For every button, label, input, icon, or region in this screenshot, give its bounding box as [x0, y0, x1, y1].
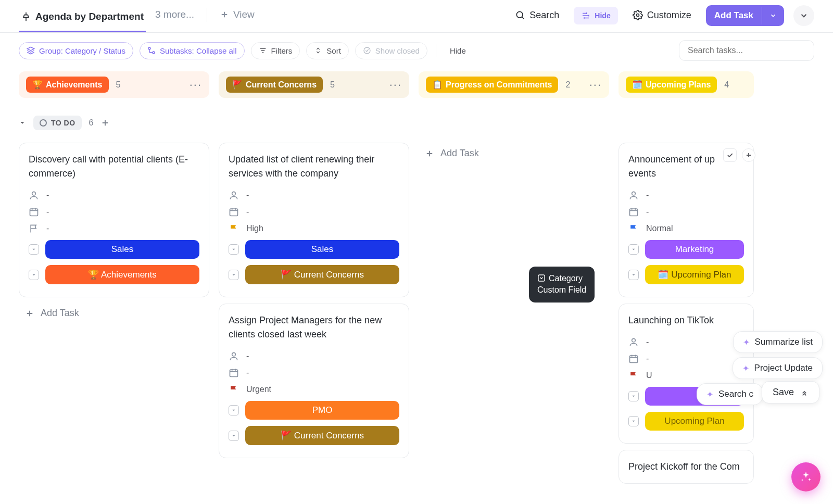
dept-tag-row[interactable]: Sales [29, 237, 199, 262]
svg-point-1 [636, 14, 639, 17]
status-group-header[interactable]: TO DO 6 [0, 98, 833, 136]
date-row[interactable]: - [229, 204, 399, 220]
priority-row[interactable]: High [229, 220, 399, 237]
column-menu-button[interactable]: ··· [589, 78, 602, 92]
priority-row[interactable]: Urgent [229, 381, 399, 398]
priority-row[interactable]: U [628, 367, 744, 384]
plus-icon [425, 149, 434, 158]
subtasks-pill[interactable]: Subtasks: Collapse all [140, 42, 245, 59]
group-pill[interactable]: Group: Category / Status [19, 42, 133, 59]
top-header: Agenda by Department 3 more... View Sear… [0, 0, 833, 33]
complete-button[interactable] [723, 148, 737, 162]
sort-button[interactable]: Sort [306, 42, 349, 59]
tooltip-line1: Category [549, 274, 583, 283]
ai-search-chip[interactable]: ✦ Search c [697, 383, 763, 405]
add-task-button-header[interactable]: Add Task [706, 5, 784, 26]
layers-icon [27, 46, 35, 55]
save-chip[interactable]: Save [762, 381, 819, 404]
add-task-button[interactable]: Add Task [19, 297, 209, 329]
category-tag-row[interactable]: 🗓️ Upcoming Plan [628, 262, 744, 287]
date-row[interactable]: - [229, 364, 399, 381]
dropdown-icon [628, 270, 639, 280]
card-title: Launching on TikTok [628, 313, 744, 327]
hide-button[interactable]: Hide [574, 7, 617, 24]
ai-summarize-chip[interactable]: ✦ Summarize list [733, 331, 823, 353]
column-emoji: 🏆 [32, 80, 43, 90]
filters-button[interactable]: Filters [251, 42, 300, 59]
search-tasks-field[interactable] [688, 46, 805, 55]
add-view-label: View [233, 9, 255, 20]
overflow-menu-button[interactable] [793, 5, 814, 26]
show-closed-button[interactable]: Show closed [355, 42, 427, 59]
more-views-link[interactable]: 3 more... [155, 9, 194, 29]
svg-rect-8 [230, 209, 238, 216]
add-task-dropdown[interactable] [762, 7, 784, 24]
ai-project-update-chip[interactable]: ✦ Project Update [733, 357, 823, 379]
category-tag-row[interactable]: Upcoming Plan [628, 409, 744, 434]
calendar-icon [229, 207, 239, 217]
view-tab-agenda[interactable]: Agenda by Department [19, 6, 146, 32]
status-chip[interactable]: TO DO [33, 116, 82, 130]
dept-tag-row[interactable]: Marketing [628, 237, 744, 262]
column-header-upcoming[interactable]: 🗓️ Upcoming Plans 4 [619, 71, 754, 98]
hide-toolbar-button[interactable]: Hide [445, 46, 471, 55]
add-task-button[interactable]: Add Task [419, 141, 609, 166]
date-value: - [246, 207, 249, 217]
assignee-row[interactable]: - [229, 348, 399, 364]
priority-row[interactable]: Normal [628, 220, 744, 237]
date-row[interactable]: - [29, 204, 199, 220]
date-row[interactable]: - [628, 350, 744, 367]
column-menu-button[interactable]: ··· [389, 78, 402, 92]
assignee-value: - [646, 337, 649, 347]
column-header-progress[interactable]: 📋 Progress on Commitments 2 ··· [419, 71, 609, 98]
add-view-button[interactable]: View [220, 9, 255, 29]
column-header-achievements[interactable]: 🏆 Achievements 5 ··· [19, 71, 209, 98]
column-count: 4 [724, 80, 729, 90]
divider [207, 8, 207, 22]
task-card[interactable]: Assign Project Managers for the new clie… [219, 304, 409, 458]
category-tag: Upcoming Plan [645, 412, 744, 431]
dropdown-icon [29, 244, 39, 255]
category-tag-row[interactable]: 🏆 Achievements [29, 262, 199, 287]
calendar-icon [29, 207, 39, 217]
priority-row[interactable]: - [29, 220, 199, 237]
category-tag-row[interactable]: 🚩 Current Concerns [229, 423, 399, 448]
column-concerns: Updated list of client renewing their se… [219, 136, 409, 484]
category-tag: 🗓️ Upcoming Plan [645, 265, 744, 284]
column-header-concerns[interactable]: 🚩 Current Concerns 5 ··· [219, 71, 409, 98]
dept-tag-row[interactable]: Sales [229, 237, 399, 262]
flag-icon [29, 223, 39, 234]
column-count: 5 [116, 80, 121, 90]
svg-rect-12 [630, 209, 638, 216]
task-card[interactable]: Discovery call with potential clients (E… [19, 143, 209, 297]
add-button[interactable] [742, 148, 755, 162]
customize-button[interactable]: Customize [627, 7, 697, 31]
assignee-row[interactable]: - [229, 187, 399, 204]
date-row[interactable]: - [628, 204, 744, 220]
assignee-row[interactable]: - [29, 187, 199, 204]
assignee-row[interactable]: - [628, 187, 744, 204]
column-menu-button[interactable]: ··· [190, 78, 202, 92]
assignee-row[interactable]: - [628, 334, 744, 350]
search-tasks-input[interactable] [679, 40, 814, 61]
filter-icon [259, 46, 267, 55]
search-button[interactable]: Search [510, 7, 564, 31]
dept-tag-row[interactable]: PMO [229, 398, 399, 423]
category-tag-row[interactable]: 🚩 Current Concerns [229, 262, 399, 287]
add-in-status-button[interactable] [100, 118, 110, 128]
task-card[interactable]: Project Kickoff for the Com [619, 450, 754, 484]
svg-point-2 [148, 47, 150, 49]
hide-label: Hide [595, 11, 610, 20]
person-icon [229, 190, 239, 200]
task-card[interactable]: Announcement of up events - - Normal Mar… [619, 143, 754, 297]
subtasks-label: Subtasks: Collapse all [160, 46, 237, 55]
person-icon [229, 351, 239, 361]
card-title: Assign Project Managers for the new clie… [229, 313, 399, 342]
ai-label: Project Update [754, 363, 813, 373]
calendar-icon [229, 368, 239, 378]
date-value: - [646, 207, 649, 217]
column-headers: 🏆 Achievements 5 ··· 🚩 Current Concerns … [0, 68, 833, 98]
svg-point-5 [32, 192, 36, 195]
check-icon [726, 152, 734, 159]
task-card[interactable]: Updated list of client renewing their se… [219, 143, 409, 297]
